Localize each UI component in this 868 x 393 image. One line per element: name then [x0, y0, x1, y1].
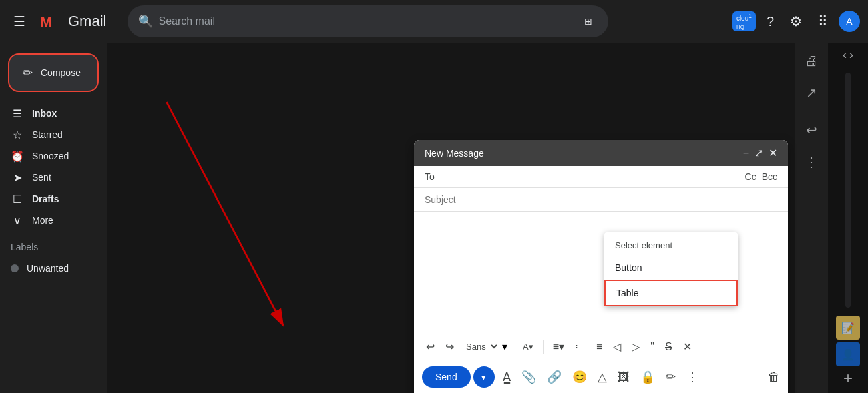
formatting-icon[interactable]: A̲	[500, 367, 513, 387]
select-element-dropdown: Select element Button Table	[604, 232, 738, 306]
sent-label: Sent	[32, 172, 51, 183]
compose-button[interactable]: ✏ Compose	[8, 53, 99, 92]
font-size-button[interactable]: A▾	[519, 339, 537, 354]
sidebar-item-starred[interactable]: ☆ Starred	[0, 124, 107, 145]
inbox-label: Inbox	[32, 108, 57, 119]
drafts-icon: ☐	[11, 193, 24, 206]
compose-header-icons: − ⤢ ✕	[743, 147, 777, 159]
topbar-right: clou1HQ ? ⚙ ⠿ A	[732, 8, 860, 35]
sidebar-item-snoozed[interactable]: ⏰ Snoozed	[0, 145, 107, 167]
indent-more-button[interactable]: ▷	[628, 338, 644, 356]
labels-section-title: Labels	[0, 231, 107, 258]
gmail-logo-text: Gmail	[68, 13, 106, 30]
undo-button[interactable]: ↩	[422, 338, 439, 356]
sidebar-item-unwanted[interactable]: Unwanted	[0, 258, 107, 279]
toolbar-divider-1	[513, 340, 513, 354]
compose-subject-field	[414, 188, 788, 212]
sidebar-item-drafts[interactable]: ☐ Drafts	[0, 188, 107, 210]
more-chevron-icon: ∨	[11, 214, 24, 227]
dropdown-item-button[interactable]: Button	[604, 256, 738, 280]
expand-icon[interactable]: ⤢	[754, 147, 763, 159]
lock-icon[interactable]: 🔒	[638, 367, 658, 387]
minimize-icon[interactable]: −	[743, 147, 749, 159]
send-button[interactable]: Send	[422, 366, 471, 388]
to-input[interactable]	[440, 171, 745, 182]
unwanted-label: Unwanted	[27, 263, 69, 274]
link-icon[interactable]: 🔗	[544, 367, 564, 387]
compose-label: Compose	[41, 67, 81, 78]
indent-less-button[interactable]: ◁	[609, 338, 625, 356]
photo-icon[interactable]: 🖼	[615, 368, 632, 387]
topbar: ☰ M Gmail 🔍 ⊞ clou1HQ ? ⚙ ⠿ A	[0, 0, 868, 43]
close-icon[interactable]: ✕	[769, 147, 777, 159]
gmail-logo: M Gmail	[39, 12, 106, 31]
menu-icon[interactable]: ☰	[8, 8, 31, 35]
more-label: More	[32, 215, 53, 226]
inbox-icon: ☰	[11, 107, 24, 120]
help-icon[interactable]: ?	[761, 9, 779, 35]
snoozed-icon: ⏰	[11, 150, 24, 163]
content-area: 🖨 ↗ ↩ ⋮ ‹ › 📝 👤 + New Message −	[107, 43, 868, 393]
settings-icon[interactable]: ⚙	[785, 8, 807, 35]
compose-to-field: To Cc Bcc	[414, 166, 788, 188]
compose-window: New Message − ⤢ ✕ To Cc Bcc	[414, 140, 788, 393]
search-icon: 🔍	[138, 14, 153, 29]
subject-input[interactable]	[425, 194, 777, 205]
quote-button[interactable]: "	[646, 338, 658, 356]
sidebar-item-inbox[interactable]: ☰ Inbox	[0, 103, 107, 124]
compose-actions: Send ▾ A̲ 📎 🔗 😊 △ 🖼 🔒 ✏ ⋮ 🗑	[414, 361, 788, 393]
svg-text:M: M	[40, 13, 52, 30]
send-dropdown-button[interactable]: ▾	[473, 366, 495, 388]
snoozed-label: Snoozed	[32, 151, 69, 161]
starred-icon: ☆	[11, 129, 24, 141]
clout-badge: clou1HQ	[732, 11, 756, 31]
cc-bcc-toggle[interactable]: Cc Bcc	[745, 171, 777, 182]
align-button[interactable]: ≡▾	[549, 338, 568, 356]
strikethrough-button[interactable]: S	[661, 338, 676, 356]
bcc-label[interactable]: Bcc	[762, 171, 777, 182]
filter-icon[interactable]: ⊞	[579, 11, 598, 32]
toolbar-divider-2	[543, 340, 544, 354]
clear-format-button[interactable]: ✕	[679, 338, 696, 356]
compose-title: New Message	[425, 148, 484, 159]
sent-icon: ➤	[11, 171, 24, 184]
more-options-icon[interactable]: ⋮	[684, 367, 701, 387]
topbar-left: ☰ M Gmail	[8, 8, 106, 35]
avatar[interactable]: A	[839, 11, 860, 32]
compose-header: New Message − ⤢ ✕	[414, 140, 788, 166]
compose-icon: ✏	[23, 65, 33, 80]
dropdown-item-table[interactable]: Table	[604, 280, 738, 306]
compose-toolbar: ↩ ↪ Sans ▾ A▾ ≡▾ ≔ ≡ ◁ ▷ " S ✕	[414, 332, 788, 361]
apps-icon[interactable]: ⠿	[813, 8, 833, 35]
ordered-list-button[interactable]: ≔	[571, 338, 590, 356]
unordered-list-button[interactable]: ≡	[592, 338, 606, 356]
cc-label[interactable]: Cc	[745, 171, 756, 182]
drafts-label: Drafts	[32, 193, 59, 204]
sidebar-item-sent[interactable]: ➤ Sent	[0, 167, 107, 188]
emoji-icon[interactable]: 😊	[570, 367, 590, 387]
font-select[interactable]: Sans	[461, 338, 499, 355]
dropdown-title: Select element	[604, 232, 738, 256]
sidebar-item-more[interactable]: ∨ More	[0, 210, 107, 231]
drive-icon[interactable]: △	[595, 367, 610, 387]
unwanted-dot-icon	[11, 264, 19, 272]
to-label: To	[425, 171, 435, 182]
delete-icon[interactable]: 🗑	[768, 370, 780, 384]
redo-button[interactable]: ↪	[441, 338, 458, 356]
attachment-icon[interactable]: 📎	[519, 367, 539, 387]
search-input[interactable]	[158, 15, 574, 27]
search-bar: 🔍 ⊞	[128, 5, 608, 37]
signature-icon[interactable]: ✏	[663, 367, 678, 387]
clout-badge-area: clou1HQ	[732, 11, 756, 31]
starred-label: Starred	[32, 129, 63, 140]
sidebar: ✏ Compose ☰ Inbox ☆ Starred ⏰ Snoozed ➤ …	[0, 43, 107, 393]
main-layout: ✏ Compose ☰ Inbox ☆ Starred ⏰ Snoozed ➤ …	[0, 43, 868, 393]
